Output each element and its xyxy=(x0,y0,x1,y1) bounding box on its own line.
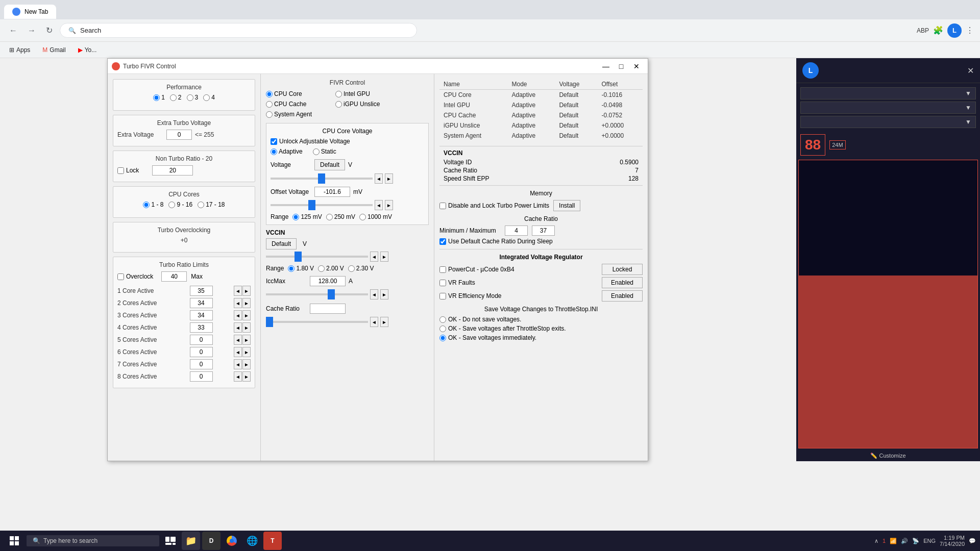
disable-lock-checkbox-row[interactable]: Disable and Lock Turbo Power Limits xyxy=(439,202,549,209)
non-turbo-input[interactable] xyxy=(152,165,193,176)
cores-radio-17-18[interactable]: 17 - 18 xyxy=(198,201,225,208)
tray-expand-icon[interactable]: ∧ xyxy=(874,538,878,544)
start-button[interactable] xyxy=(4,533,24,549)
locked-button[interactable]: Locked xyxy=(602,264,643,275)
fivr-radio-cpu-cache[interactable]: CPU Cache xyxy=(266,101,332,108)
menu-icon[interactable]: ⋮ xyxy=(966,26,974,35)
fivr-radio-system-agent[interactable]: System Agent xyxy=(266,111,332,118)
browser-taskbar[interactable]: 🌐 xyxy=(243,532,261,550)
unlock-checkbox[interactable] xyxy=(271,138,277,145)
bookmark-gmail[interactable]: M Gmail xyxy=(39,45,68,55)
unlock-checkbox-row[interactable]: Unlock Adjustable Voltage xyxy=(271,138,424,145)
lock-checkbox[interactable] xyxy=(117,167,124,174)
voltage-slider[interactable] xyxy=(271,178,373,180)
nav-refresh-button[interactable]: ↻ xyxy=(43,23,56,37)
notifications-icon[interactable]: 💬 xyxy=(969,538,976,544)
cache-max-input[interactable] xyxy=(532,226,555,236)
profile-avatar[interactable]: L xyxy=(947,23,962,38)
cache-ratio-dec[interactable]: ◄ xyxy=(370,317,378,327)
save-radio-2[interactable]: OK - Save voltages after ThrottleStop ex… xyxy=(439,325,643,332)
core-3-dec[interactable]: ◄ xyxy=(234,310,242,320)
core-5-input[interactable] xyxy=(190,335,213,345)
core-4-inc[interactable]: ► xyxy=(242,322,251,333)
customize-button[interactable]: ✏️ Customize xyxy=(796,450,980,461)
taskbar-search[interactable]: 🔍 Type here to search xyxy=(27,535,159,546)
vccin-range-180[interactable]: 1.80 V xyxy=(288,265,314,272)
vr-efficiency-checkbox[interactable] xyxy=(439,293,446,299)
vr-efficiency-enabled-button[interactable]: Enabled xyxy=(602,290,643,302)
bookmark-apps[interactable]: ⊞ Apps xyxy=(6,45,33,55)
core-8-input[interactable] xyxy=(190,371,213,382)
extra-voltage-input[interactable] xyxy=(166,130,192,140)
nav-back-button[interactable]: ← xyxy=(6,24,20,37)
core-4-input[interactable] xyxy=(190,322,213,333)
core-8-inc[interactable]: ► xyxy=(242,371,251,382)
core-5-inc[interactable]: ► xyxy=(242,335,251,345)
core-2-input[interactable] xyxy=(190,298,213,308)
core-7-input[interactable] xyxy=(190,359,213,369)
overclock-checkbox-row[interactable]: Overclock xyxy=(117,273,153,280)
core-1-dec[interactable]: ◄ xyxy=(234,286,242,296)
disable-lock-checkbox[interactable] xyxy=(439,203,446,209)
iccmax-slider[interactable] xyxy=(266,293,368,295)
iccmax-input[interactable] xyxy=(310,276,346,286)
core-1-inc[interactable]: ► xyxy=(242,286,251,296)
cores-radio-1-8[interactable]: 1 - 8 xyxy=(143,201,163,208)
powercut-checkbox[interactable] xyxy=(439,266,446,273)
iccmax-dec[interactable]: ◄ xyxy=(370,289,378,299)
throttlestop-taskbar[interactable]: T xyxy=(263,532,282,550)
core-7-dec[interactable]: ◄ xyxy=(234,359,242,369)
minimize-button[interactable]: — xyxy=(599,61,613,72)
desktop-close-button[interactable]: ✕ xyxy=(967,66,974,76)
core-4-dec[interactable]: ◄ xyxy=(234,322,242,333)
core-6-inc[interactable]: ► xyxy=(242,347,251,357)
perf-radio-2[interactable]: 2 xyxy=(170,94,182,101)
use-default-cache-row[interactable]: Use Default Cache Ratio During Sleep xyxy=(439,238,643,245)
perf-radio-3[interactable]: 3 xyxy=(187,94,199,101)
browser-tab[interactable]: New Tab xyxy=(4,5,56,19)
nav-forward-button[interactable]: → xyxy=(24,24,39,37)
core-5-dec[interactable]: ◄ xyxy=(234,335,242,345)
save-radio-1[interactable]: OK - Do not save voltages. xyxy=(439,316,643,323)
close-button[interactable]: ✕ xyxy=(629,61,644,72)
bookmark-youtube[interactable]: ▶ Yo... xyxy=(75,45,100,55)
lock-checkbox-row[interactable]: Lock xyxy=(117,167,139,174)
task-view-button[interactable] xyxy=(161,532,180,550)
core-7-inc[interactable]: ► xyxy=(242,359,251,369)
desktop-dropdown-2[interactable]: ▼ xyxy=(800,102,976,114)
offset-dec[interactable]: ◄ xyxy=(375,200,383,210)
cache-ratio-inc[interactable]: ► xyxy=(380,317,388,327)
core-1-input[interactable] xyxy=(190,286,213,296)
desktop-dropdown-1[interactable]: ▼ xyxy=(800,87,976,99)
install-button[interactable]: Install xyxy=(553,200,580,211)
core-2-dec[interactable]: ◄ xyxy=(234,298,242,308)
core-8-dec[interactable]: ◄ xyxy=(234,371,242,382)
dnspy-taskbar[interactable]: D xyxy=(202,532,220,550)
cores-radio-9-16[interactable]: 9 - 16 xyxy=(168,201,192,208)
static-radio[interactable]: Static xyxy=(313,148,336,155)
file-explorer-taskbar[interactable]: 📁 xyxy=(182,532,200,550)
use-default-cache-checkbox[interactable] xyxy=(439,238,446,245)
core-3-input[interactable] xyxy=(190,310,213,320)
chrome-taskbar[interactable] xyxy=(223,532,241,550)
overclock-input[interactable] xyxy=(161,271,187,282)
perf-radio-1[interactable]: 1 xyxy=(153,94,165,101)
range-125mv[interactable]: 125 mV xyxy=(292,213,322,220)
vccin-range-200[interactable]: 2.00 V xyxy=(318,265,344,272)
cache-ratio-input[interactable] xyxy=(310,304,346,314)
vccin-range-230[interactable]: 2.30 V xyxy=(348,265,374,272)
voltage-inc[interactable]: ► xyxy=(385,173,393,184)
range-1000mv[interactable]: 1000 mV xyxy=(359,213,392,220)
desktop-dropdown-3[interactable]: ▼ xyxy=(800,116,976,128)
fivr-radio-cpu-core[interactable]: CPU Core xyxy=(266,90,332,97)
vr-faults-checkbox[interactable] xyxy=(439,280,446,286)
vccin-slider[interactable] xyxy=(266,256,368,258)
fivr-radio-igpu-unslice[interactable]: iGPU Unslice xyxy=(335,101,402,108)
core-6-input[interactable] xyxy=(190,347,213,357)
core-2-inc[interactable]: ► xyxy=(242,298,251,308)
perf-radio-4[interactable]: 4 xyxy=(203,94,215,101)
offset-slider[interactable] xyxy=(271,204,373,206)
save-radio-3[interactable]: OK - Save voltages immediately. xyxy=(439,334,643,341)
core-3-inc[interactable]: ► xyxy=(242,310,251,320)
adaptive-radio[interactable]: Adaptive xyxy=(271,148,303,155)
